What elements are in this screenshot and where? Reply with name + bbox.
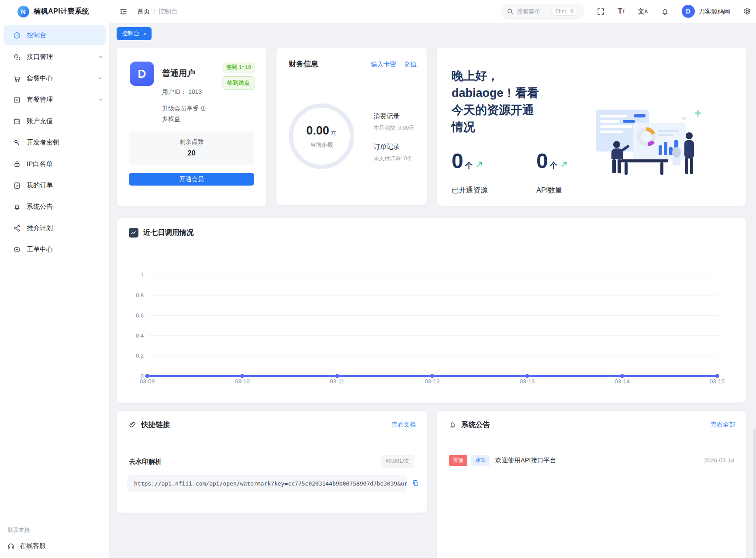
view-docs-link[interactable]: 查看文档: [391, 421, 416, 429]
ticket-chat-icon: [13, 246, 21, 254]
consume-record-title: 消费记录: [373, 112, 414, 121]
svg-text:03-10: 03-10: [235, 378, 250, 385]
svg-text:1: 1: [141, 272, 144, 279]
line-chart-icon: [129, 228, 138, 238]
points-value: 20: [129, 149, 254, 157]
sidebar-item-ticket-center[interactable]: 工单中心: [0, 239, 109, 260]
notification-bell-icon[interactable]: [661, 7, 669, 16]
trend-up-icon: [560, 161, 568, 168]
sidebar-item-label: 控制台: [27, 31, 46, 39]
key-icon: [13, 139, 21, 147]
user-id: 用户ID： 1013: [162, 88, 202, 96]
chart-title: 近七日调用情况: [143, 228, 194, 238]
enter-card-key-link[interactable]: 输入卡密: [371, 60, 396, 69]
checkin-range-badge: 签到 1~10: [222, 62, 255, 73]
search-input-wrapper[interactable]: Ctrl K: [501, 4, 584, 19]
chevron-down-icon: [97, 54, 103, 60]
top-header: N 楠枫API计费系统 首页 / 控制台 Ctrl K: [0, 0, 756, 23]
api-icon: [13, 53, 21, 61]
app-title: 楠枫API计费系统: [34, 7, 89, 16]
paperclip-icon: [129, 421, 136, 428]
user-role: 普通用户: [162, 68, 195, 79]
user-menu[interactable]: D 刀客源码网: [682, 5, 731, 18]
sidebar-item-account-recharge[interactable]: 账户充值: [0, 110, 109, 132]
svg-text:03-15: 03-15: [710, 378, 725, 385]
user-profile-card: D 普通用户 用户ID： 1013 升级会员享受 更多权益 签到 1~10 签到…: [117, 48, 266, 207]
api-url-field[interactable]: https://api.nfiii.com/api/open/watermark…: [127, 475, 407, 492]
search-input[interactable]: [517, 8, 548, 15]
bell-icon: [449, 421, 456, 428]
stat-opened-resources: 0个: [452, 149, 483, 173]
announcement-date: 2026-03-14: [704, 457, 734, 464]
announcements-header: 系统公告 查看全部: [437, 411, 746, 438]
trend-up-icon: [476, 161, 483, 168]
sidebar-item-developer-keys[interactable]: 开发者密钥: [0, 132, 109, 153]
user-avatar: D: [682, 5, 695, 18]
sidebar: 控制台 接口管理 套餐中心: [0, 23, 110, 558]
scrollbar-thumb[interactable]: [753, 429, 756, 558]
greeting-card: 晚上好，dabiaoge！看看今天的资源开通情况 0个 0个 已开通资源 API…: [437, 48, 746, 206]
settings-gear-icon[interactable]: [743, 7, 752, 16]
sidebar-item-label: 开发者密钥: [27, 138, 59, 147]
sidebar-item-label: 账户充值: [27, 117, 53, 125]
announcement-text: 欢迎使用API接口平台: [495, 456, 556, 465]
sidebar-item-api-management[interactable]: 接口管理: [0, 46, 109, 68]
finance-rows: 消费记录 本月消费: 0.00元 订单记录 未支付订单: 0个: [373, 112, 414, 162]
sidebar-item-label: 推介计划: [27, 224, 53, 232]
font-size-icon[interactable]: TT: [618, 7, 625, 16]
points-box: 剩余点数 20: [129, 131, 254, 165]
order-check-icon: [13, 182, 21, 189]
sidebar-item-label: 工单中心: [27, 245, 53, 254]
logo-letter: N: [21, 8, 26, 15]
tab-close-icon[interactable]: ×: [143, 31, 147, 37]
wallet-icon: [13, 117, 21, 125]
sidebar-item-label: 套餐管理: [27, 96, 53, 104]
recharge-link[interactable]: 充值: [404, 60, 417, 69]
fullscreen-icon[interactable]: [597, 7, 605, 16]
consume-record-row: 消费记录 本月消费: 0.00元: [373, 112, 414, 132]
online-support-link[interactable]: 在线客服: [7, 542, 102, 550]
chevron-down-icon: [97, 76, 103, 81]
svg-text:03-11: 03-11: [330, 378, 345, 385]
order-record-detail: 未支付订单: 0个: [373, 155, 414, 162]
svg-text:0.8: 0.8: [136, 292, 144, 299]
tab-label: 控制台: [122, 30, 140, 38]
announcements-card: 系统公告 查看全部 置顶 通知 欢迎使用API接口平台 2026-03-14: [437, 411, 746, 558]
view-all-link[interactable]: 查看全部: [711, 421, 735, 429]
weekly-calls-chart-card: 近七日调用情况 10.80.60.40.2003-0903-1003-1103-…: [117, 218, 746, 403]
tab-dashboard[interactable]: 控制台 ×: [117, 27, 152, 40]
sidebar-item-package-management[interactable]: 套餐管理: [0, 89, 109, 110]
stat-api-count-label: API数量: [536, 186, 563, 195]
sidebar-item-referral-program[interactable]: 推介计划: [0, 217, 109, 239]
sidebar-item-my-orders[interactable]: 我的订单: [0, 175, 109, 196]
svg-text:0.4: 0.4: [136, 332, 144, 339]
header-actions: Ctrl K TT 文A D 刀客源码网: [501, 4, 756, 19]
svg-text:03-14: 03-14: [614, 378, 630, 385]
calls-line-chart: 10.80.60.40.2003-0903-1003-1103-1203-130…: [117, 247, 746, 400]
bell-icon: [13, 203, 21, 211]
balance-ring: 0.00元 当前余额: [289, 103, 354, 169]
cart-icon: [13, 75, 21, 83]
app-logo-icon: N: [17, 6, 29, 17]
office-illustration: [592, 103, 702, 179]
sidebar-item-dashboard[interactable]: 控制台: [3, 25, 106, 45]
sidebar-item-system-announcements[interactable]: 系统公告: [0, 196, 109, 217]
sidebar-item-label: 系统公告: [27, 203, 53, 211]
copy-icon[interactable]: [412, 479, 419, 487]
sidebar-collapse-icon[interactable]: [119, 7, 128, 16]
consume-record-detail: 本月消费: 0.00元: [373, 124, 414, 132]
sidebar-item-package-center[interactable]: 套餐中心: [0, 68, 109, 89]
share-icon: [13, 224, 21, 232]
translate-icon[interactable]: 文A: [638, 7, 648, 16]
open-membership-button[interactable]: 开通会员: [129, 173, 254, 186]
announcement-row[interactable]: 置顶 通知 欢迎使用API接口平台 2026-03-14: [449, 455, 734, 466]
sidebar-footer: 联系支持 在线客服: [0, 527, 109, 550]
chevron-down-icon: [97, 97, 103, 103]
quick-links-title: 快捷链接: [141, 420, 170, 430]
breadcrumb-separator: /: [153, 8, 155, 15]
upgrade-hint: 升级会员享受 更多权益: [162, 103, 210, 124]
sidebar-item-ip-whitelist[interactable]: IP白名单: [0, 153, 109, 175]
checkin-button[interactable]: 签到送点: [222, 76, 255, 90]
stat-api-count: 0个: [536, 149, 568, 173]
breadcrumb-home[interactable]: 首页: [137, 7, 150, 16]
